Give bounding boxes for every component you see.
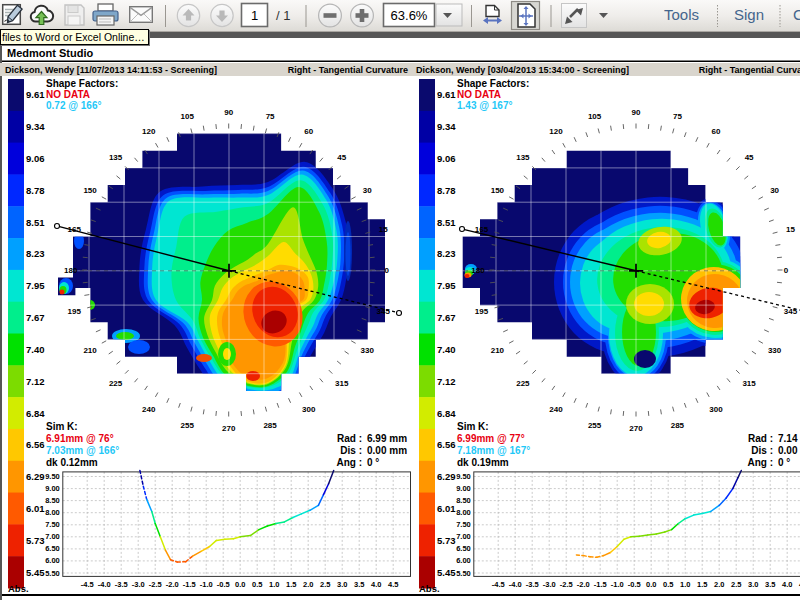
svg-text:7.40: 7.40	[26, 344, 45, 355]
svg-text:30: 30	[363, 186, 372, 195]
svg-text:3.0: 3.0	[337, 580, 347, 589]
svg-text:8.50: 8.50	[45, 496, 60, 505]
svg-text:dk 0.12mm: dk 0.12mm	[46, 457, 98, 468]
svg-text:6.84: 6.84	[26, 408, 45, 419]
svg-text:6.29: 6.29	[26, 471, 45, 482]
svg-text:5.50: 5.50	[456, 569, 471, 578]
svg-text:Shape Factors:: Shape Factors:	[46, 78, 118, 89]
svg-text:2.0: 2.0	[303, 580, 313, 589]
svg-text:7.00: 7.00	[456, 532, 471, 541]
svg-text:9.50: 9.50	[45, 472, 60, 481]
svg-text:75: 75	[266, 112, 275, 121]
svg-text:7.18mm @ 167°: 7.18mm @ 167°	[457, 445, 530, 456]
svg-text:75: 75	[673, 112, 682, 121]
svg-text:Dis :: Dis :	[340, 445, 362, 456]
svg-text:7.50: 7.50	[45, 520, 60, 529]
svg-text:8.78: 8.78	[437, 185, 456, 196]
svg-text:105: 105	[181, 112, 195, 121]
svg-text:Tools: Tools	[664, 6, 699, 23]
svg-text:15: 15	[379, 225, 388, 234]
svg-text:1.5: 1.5	[286, 580, 296, 589]
svg-text:8.00: 8.00	[456, 508, 471, 517]
svg-text:Abs.: Abs.	[419, 583, 440, 594]
svg-text:-1.5: -1.5	[183, 580, 196, 589]
svg-text:2.0: 2.0	[714, 580, 724, 589]
svg-text:Right - Tangential Curvature: Right - Tangential Curvature	[699, 65, 800, 75]
svg-text:7.03mm @ 166°: 7.03mm @ 166°	[46, 445, 119, 456]
svg-text:7.40: 7.40	[437, 344, 456, 355]
svg-text:135: 135	[109, 153, 123, 162]
svg-text:dk 0.19mm: dk 0.19mm	[457, 457, 509, 468]
svg-text:0 °: 0 °	[367, 457, 379, 468]
svg-text:-4.5: -4.5	[81, 580, 94, 589]
svg-text:0: 0	[384, 266, 389, 275]
svg-text:-0.5: -0.5	[628, 580, 641, 589]
svg-text:225: 225	[109, 379, 123, 388]
svg-text:9.61: 9.61	[437, 89, 456, 100]
svg-text:2.5: 2.5	[320, 580, 330, 589]
svg-text:6.00: 6.00	[456, 556, 471, 565]
svg-text:0.0: 0.0	[235, 580, 245, 589]
svg-text:-4.5: -4.5	[492, 580, 505, 589]
svg-text:9.00: 9.00	[45, 484, 60, 493]
svg-text:7.50: 7.50	[456, 520, 471, 529]
svg-text:1.43 @ 167°: 1.43 @ 167°	[457, 100, 512, 111]
svg-text:45: 45	[745, 153, 754, 162]
svg-text:6.50: 6.50	[45, 544, 60, 553]
svg-text:7.12: 7.12	[26, 376, 45, 387]
svg-text:225: 225	[516, 379, 530, 388]
svg-text:Dis :: Dis :	[751, 445, 773, 456]
svg-text:9.61: 9.61	[26, 89, 45, 100]
svg-text:240: 240	[549, 405, 563, 414]
svg-text:-4.0: -4.0	[98, 580, 111, 589]
svg-text:45: 45	[337, 153, 346, 162]
svg-text:270: 270	[222, 424, 236, 433]
svg-text:-4.0: -4.0	[509, 580, 522, 589]
svg-text:1: 1	[251, 8, 258, 23]
svg-text:8.51: 8.51	[437, 217, 456, 228]
svg-text:0 °: 0 °	[778, 457, 790, 468]
svg-text:1.5: 1.5	[697, 580, 707, 589]
svg-text:330: 330	[768, 346, 782, 355]
svg-text:Sim K:: Sim K:	[457, 421, 489, 432]
svg-text:9.06: 9.06	[437, 153, 456, 164]
svg-text:300: 300	[302, 405, 316, 414]
svg-text:9.00: 9.00	[456, 484, 471, 493]
svg-text:150: 150	[491, 186, 505, 195]
svg-text:0.5: 0.5	[663, 580, 673, 589]
svg-text:6.91mm @ 76°: 6.91mm @ 76°	[46, 433, 114, 444]
svg-text:6.00: 6.00	[45, 556, 60, 565]
svg-text:90: 90	[224, 108, 233, 117]
svg-text:0.00 mm: 0.00 mm	[778, 445, 800, 456]
svg-text:285: 285	[671, 421, 685, 430]
svg-text:Ang :: Ang :	[336, 457, 362, 468]
svg-text:3.5: 3.5	[354, 580, 364, 589]
svg-text:0.0: 0.0	[646, 580, 656, 589]
svg-text:63.6%: 63.6%	[391, 8, 428, 23]
svg-text:9.06: 9.06	[26, 153, 45, 164]
svg-text:6.01: 6.01	[437, 503, 456, 514]
svg-text:5.45: 5.45	[26, 567, 45, 578]
svg-text:NO DATA: NO DATA	[46, 89, 90, 100]
svg-text:195: 195	[475, 307, 489, 316]
svg-text:6.50: 6.50	[456, 544, 471, 553]
svg-text:60: 60	[712, 127, 721, 136]
svg-text:Sign: Sign	[734, 6, 764, 23]
svg-text:7.95: 7.95	[26, 280, 45, 291]
svg-text:Abs.: Abs.	[8, 583, 29, 594]
svg-text:/ 1: / 1	[276, 8, 290, 23]
svg-text:-1.5: -1.5	[594, 580, 607, 589]
svg-text:Dickson, Wendy [11/07/2013 14:: Dickson, Wendy [11/07/2013 14:11:53 - Sc…	[5, 65, 217, 75]
svg-text:8.23: 8.23	[26, 248, 45, 259]
svg-text:Right - Tangential Curvature: Right - Tangential Curvature	[288, 65, 408, 75]
svg-text:5.50: 5.50	[45, 569, 60, 578]
svg-text:315: 315	[335, 379, 349, 388]
svg-text:90: 90	[632, 108, 641, 117]
svg-text:Rad :: Rad :	[748, 433, 773, 444]
svg-text:0: 0	[784, 266, 789, 275]
svg-text:300: 300	[709, 405, 723, 414]
svg-text:6.29: 6.29	[437, 471, 456, 482]
svg-text:7.14 mm: 7.14 mm	[778, 433, 800, 444]
svg-text:Shape Factors:: Shape Factors:	[457, 78, 529, 89]
svg-text:-1.0: -1.0	[611, 580, 624, 589]
